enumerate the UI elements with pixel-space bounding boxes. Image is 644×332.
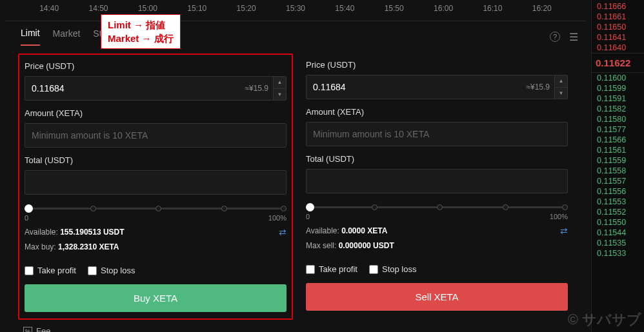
- buy-stop-loss-check[interactable]: Stop loss: [88, 266, 135, 275]
- buy-button[interactable]: Buy XETA: [25, 284, 287, 312]
- chart-time-axis: 14:4014:5015:0015:1015:2015:3015:4015:50…: [5, 0, 586, 21]
- tab-market[interactable]: Market: [53, 28, 81, 45]
- orderbook-bid-row[interactable]: 0.11559: [592, 155, 644, 166]
- orderbook-bid-row[interactable]: 0.11535: [592, 238, 644, 248]
- sell-form: Price (USDT) ≈¥15.9 ▲▼ Amount (XETA) Tot…: [301, 54, 573, 320]
- orderbook-bid-row[interactable]: 0.11580: [592, 114, 644, 124]
- orderbook-bid-row[interactable]: 0.11544: [592, 228, 644, 238]
- sell-amount-label: Amount (XETA): [306, 107, 568, 117]
- buy-total-label: Total (USDT): [25, 155, 287, 165]
- sell-total-label: Total (USDT): [306, 154, 568, 164]
- help-icon[interactable]: ?: [550, 32, 560, 42]
- sell-percent-slider[interactable]: 0100%: [306, 201, 568, 220]
- tab-limit[interactable]: Limit: [21, 28, 40, 46]
- percent-icon: %: [23, 327, 32, 333]
- buy-price-approx: ≈¥15.9: [245, 84, 268, 93]
- orderbook-bid-row[interactable]: 0.11553: [592, 197, 644, 207]
- orderbook-bid-row[interactable]: 0.11561: [592, 145, 644, 155]
- sell-total-input[interactable]: [306, 169, 568, 193]
- orderbook-bid-row[interactable]: 0.11599: [592, 83, 644, 93]
- buy-max-value: 1,328.2310 XETA: [58, 242, 119, 251]
- buy-percent-slider[interactable]: 0100%: [25, 202, 287, 222]
- sell-price-label: Price (USDT): [306, 60, 568, 70]
- sell-take-profit-check[interactable]: Take profit: [306, 264, 357, 274]
- annotation-tooltip: Limit → 指値 Market → 成行: [101, 14, 181, 49]
- orderbook-bid-row[interactable]: 0.11550: [592, 217, 644, 228]
- buy-available-value: 155.190513 USDT: [60, 228, 124, 237]
- orderbook-bid-row[interactable]: 0.11591: [592, 93, 644, 104]
- orderbook-ask-row[interactable]: 0.11666: [592, 1, 644, 12]
- sell-max-value: 0.000000 USDT: [339, 241, 394, 250]
- orderbook-ask-row[interactable]: 0.11661: [592, 12, 644, 22]
- buy-price-label: Price (USDT): [25, 61, 287, 71]
- orderbook-bid-row[interactable]: 0.11577: [592, 124, 644, 135]
- orderbook-ask-row[interactable]: 0.11640: [592, 43, 644, 53]
- sell-stop-loss-check[interactable]: Stop loss: [369, 264, 416, 274]
- orderbook-bid-row[interactable]: 0.11533: [592, 248, 644, 259]
- buy-form: Price (USDT) ≈¥15.9 ▲▼ Amount (XETA) Tot…: [18, 54, 293, 320]
- orderbook-bid-row[interactable]: 0.11600: [592, 73, 644, 83]
- buy-total-input[interactable]: [25, 170, 287, 195]
- buy-price-stepper[interactable]: ▲▼: [273, 77, 286, 100]
- fee-link[interactable]: % Fee: [5, 320, 586, 332]
- watermark: © サバサブ: [568, 310, 641, 329]
- order-book: 0.116660.116610.116500.116410.116400.116…: [591, 0, 644, 332]
- transfer-icon[interactable]: ⇄: [279, 227, 287, 237]
- sell-amount-input[interactable]: [306, 122, 568, 146]
- orderbook-bid-row[interactable]: 0.11557: [592, 176, 644, 186]
- orderbook-bid-row[interactable]: 0.11558: [592, 166, 644, 176]
- sell-price-stepper[interactable]: ▲▼: [554, 75, 567, 99]
- sell-available-value: 0.0000 XETA: [341, 226, 387, 235]
- sell-price-approx: ≈¥15.9: [526, 83, 550, 92]
- orderbook-bid-row[interactable]: 0.11566: [592, 135, 644, 145]
- orderbook-bid-row[interactable]: 0.11556: [592, 186, 644, 197]
- buy-take-profit-check[interactable]: Take profit: [25, 266, 76, 275]
- order-type-tabs: Limit Market St ? ☰: [5, 21, 586, 50]
- sell-button[interactable]: Sell XETA: [306, 283, 568, 311]
- orderbook-current-price: 0.11622: [592, 53, 644, 73]
- buy-amount-input[interactable]: [25, 123, 287, 148]
- transfer-icon[interactable]: ⇄: [560, 226, 568, 236]
- orderbook-ask-row[interactable]: 0.11650: [592, 22, 644, 32]
- menu-icon[interactable]: ☰: [569, 31, 578, 43]
- orderbook-bid-row[interactable]: 0.11552: [592, 207, 644, 217]
- orderbook-ask-row[interactable]: 0.11641: [592, 32, 644, 43]
- buy-amount-label: Amount (XETA): [25, 108, 287, 118]
- orderbook-bid-row[interactable]: 0.11582: [592, 104, 644, 114]
